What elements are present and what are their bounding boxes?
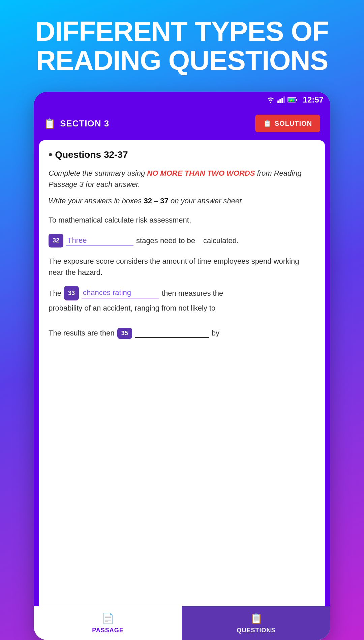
status-bar: ⚡ 12:57 bbox=[34, 92, 330, 108]
q32-suffix: stages need to be bbox=[136, 235, 195, 246]
questions-range: Questions 32-37 bbox=[55, 149, 128, 160]
solution-button[interactable]: 📋 SOLUTION bbox=[255, 115, 320, 132]
q35-badge: 35 bbox=[117, 328, 132, 339]
section-doc-icon: 📋 bbox=[44, 118, 56, 129]
passage-icon: 📄 bbox=[102, 612, 114, 624]
q33-input[interactable] bbox=[82, 288, 159, 298]
hero-title: DIFFERENT TYPES OF READING QUESTIONS bbox=[0, 0, 364, 88]
question-row-32: 32 stages need to be calculated. bbox=[49, 234, 315, 248]
instruction2-post: on your answer sheet bbox=[169, 197, 241, 205]
context-text: To mathematical calculate risk assessmen… bbox=[49, 214, 315, 226]
exposure-text: The exposure score considers the amount … bbox=[49, 256, 315, 278]
questions-label: QUESTIONS bbox=[237, 627, 275, 634]
instruction-pre: Complete the summary using bbox=[49, 169, 147, 177]
q35-prefix: The results are then bbox=[49, 329, 115, 338]
instruction2-bold: 32 – 37 bbox=[144, 197, 168, 205]
questions-header: • Questions 32-37 bbox=[49, 148, 315, 161]
q33-suffix: then measures the bbox=[162, 287, 223, 299]
bottom-nav: 📄 PASSAGE 📋 QUESTIONS bbox=[34, 606, 330, 640]
svg-rect-2 bbox=[281, 98, 283, 103]
q32-suffix2: calculated. bbox=[203, 235, 239, 246]
questions-icon: 📋 bbox=[250, 612, 263, 624]
tab-questions[interactable]: 📋 QUESTIONS bbox=[182, 606, 330, 640]
signal-icon bbox=[277, 96, 285, 103]
svg-rect-1 bbox=[279, 99, 281, 103]
question-row-33: The 33 then measures the probability of … bbox=[49, 286, 315, 314]
instruction2-pre: Write your answers in boxes bbox=[49, 197, 144, 205]
svg-text:⚡: ⚡ bbox=[290, 99, 293, 102]
q33-prefix: The bbox=[49, 287, 61, 299]
q32-input[interactable] bbox=[66, 235, 133, 246]
question-row-35: The results are then 35 by bbox=[49, 328, 315, 339]
svg-rect-5 bbox=[296, 99, 297, 101]
q33-suffix2: probability of an accident, ranging from… bbox=[49, 304, 215, 312]
tab-passage[interactable]: 📄 PASSAGE bbox=[34, 606, 182, 640]
q35-suffix: by bbox=[212, 329, 219, 338]
scroll-content: • Questions 32-37 Complete the summary u… bbox=[39, 140, 325, 606]
status-icons: ⚡ bbox=[266, 96, 298, 103]
content-area: Complete the summary using NO MORE THAN … bbox=[39, 168, 325, 339]
q35-blank[interactable] bbox=[135, 328, 209, 338]
phone-mockup: ⚡ 12:57 📋 SECTION 3 📋 SOLUTION • Questio… bbox=[34, 92, 330, 640]
instruction-line2: Write your answers in boxes 32 – 37 on y… bbox=[49, 195, 315, 206]
hero-section: DIFFERENT TYPES OF READING QUESTIONS bbox=[0, 0, 364, 88]
passage-label: PASSAGE bbox=[92, 627, 124, 634]
solution-icon: 📋 bbox=[263, 119, 272, 127]
status-time: 12:57 bbox=[303, 95, 324, 105]
bullet-icon: • bbox=[49, 148, 52, 161]
q33-badge: 33 bbox=[64, 286, 79, 300]
q32-badge: 32 bbox=[49, 234, 63, 248]
battery-icon: ⚡ bbox=[287, 97, 298, 103]
app-header: 📋 SECTION 3 📋 SOLUTION bbox=[34, 108, 330, 140]
instruction-highlight: NO MORE THAN TWO WORDS bbox=[147, 169, 255, 177]
main-content: • Questions 32-37 Complete the summary u… bbox=[34, 140, 330, 606]
svg-rect-0 bbox=[277, 100, 279, 103]
wifi-icon bbox=[266, 96, 275, 103]
instruction-line1: Complete the summary using NO MORE THAN … bbox=[49, 168, 315, 190]
solution-label: SOLUTION bbox=[275, 120, 312, 127]
section-label: 📋 SECTION 3 bbox=[44, 118, 109, 129]
svg-rect-3 bbox=[283, 96, 285, 103]
section-title: SECTION 3 bbox=[60, 118, 109, 129]
